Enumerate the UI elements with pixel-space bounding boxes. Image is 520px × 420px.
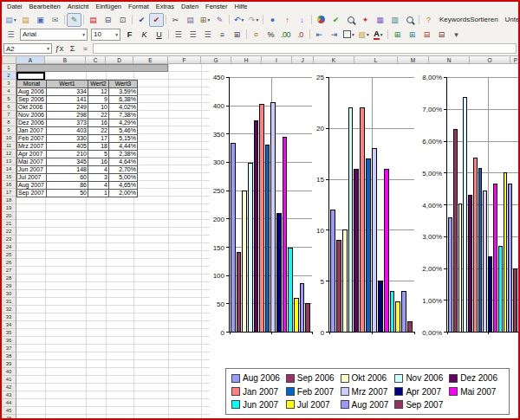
column-header-h[interactable]: H	[231, 55, 262, 64]
cell[interactable]: 210	[47, 151, 88, 158]
number-format-currency-button[interactable]: ¤	[249, 28, 263, 42]
open-folder-button[interactable]: ▤	[18, 13, 33, 27]
cell[interactable]: Nov 2006	[17, 112, 47, 120]
cell[interactable]: Okt 2006	[17, 104, 47, 112]
row-header-27[interactable]: 27	[2, 267, 16, 275]
increase-indent-button[interactable]: ⇥	[327, 28, 341, 42]
insert-chart-button[interactable]	[314, 13, 328, 27]
chevron-down-icon[interactable]: ▾	[115, 32, 118, 37]
chart-wert3[interactable]: 8,00%7,00%6,00%5,00%4,00%3,00%2,00%1,00%…	[416, 77, 520, 333]
column-header-a[interactable]: A	[16, 55, 45, 64]
row-header-29[interactable]: 29	[2, 282, 16, 290]
column-header-i[interactable]: I	[262, 55, 292, 64]
row-header-37[interactable]: 37	[2, 345, 16, 352]
cell[interactable]: Sep 2006	[17, 96, 47, 104]
underline-button[interactable]: U	[152, 28, 166, 42]
align-right-button[interactable]: ☰	[200, 28, 215, 42]
column-header-e[interactable]: E	[133, 55, 168, 64]
column-header-f[interactable]: F	[168, 55, 201, 64]
header-cell[interactable]: Wert3	[109, 81, 138, 88]
cell[interactable]: 3,59%	[109, 88, 138, 96]
cell[interactable]: 4,29%	[109, 120, 138, 127]
borders-button[interactable]: ▾	[341, 28, 356, 42]
email-button[interactable]: ✉	[48, 13, 62, 27]
row-header-6[interactable]: 6	[2, 103, 16, 111]
function-wizard-button[interactable]: ƒx	[54, 44, 65, 53]
edit-mode-button[interactable]: ✎	[67, 13, 81, 27]
column-header-k[interactable]: K	[314, 55, 354, 64]
row-header-40[interactable]: 40	[2, 368, 16, 376]
row-header-43[interactable]: 43	[2, 391, 16, 399]
column-header-d[interactable]: D	[106, 55, 133, 64]
keywords-sortieren-button[interactable]: KeywordsSortieren	[436, 13, 502, 27]
cell[interactable]: 373	[47, 120, 88, 127]
cell[interactable]: 141	[47, 96, 88, 104]
align-center-button[interactable]: ☰	[185, 28, 200, 42]
cell[interactable]: 148	[47, 166, 88, 174]
row-header-38[interactable]: 38	[2, 352, 16, 360]
cell[interactable]: 403	[47, 127, 88, 135]
cell[interactable]: Aug 2007	[17, 182, 47, 190]
cell[interactable]: 17	[88, 135, 109, 143]
cell[interactable]: 22	[88, 112, 109, 120]
column-header-l[interactable]: L	[354, 55, 398, 64]
menu-bearbeiten[interactable]: Bearbeiten	[26, 2, 64, 12]
formula-button[interactable]: =	[80, 44, 91, 53]
name-box[interactable]: A2 ▾	[3, 43, 52, 54]
row-header-25[interactable]: 25	[2, 251, 16, 259]
row-header-21[interactable]: 21	[2, 220, 16, 228]
row-header-22[interactable]: 22	[2, 228, 16, 236]
cell[interactable]: 4	[88, 166, 109, 174]
header-cell[interactable]: Wert1	[47, 81, 88, 88]
cell[interactable]: 2,70%	[109, 166, 138, 174]
copy-button[interactable]: ▤	[183, 13, 198, 27]
cell[interactable]: 1	[88, 190, 109, 197]
cell[interactable]: 18	[88, 143, 109, 151]
sort-descending-button[interactable]: ↓	[295, 13, 309, 27]
menu-fenster[interactable]: Fenster	[202, 2, 231, 12]
row-header-12[interactable]: 12	[2, 150, 16, 158]
cell[interactable]: 22	[88, 127, 109, 135]
row-header-39[interactable]: 39	[2, 360, 16, 368]
italic-button[interactable]: K	[137, 28, 152, 42]
merge-cells-button[interactable]: ⊞	[230, 28, 244, 42]
datapilot-button[interactable]: ▥	[387, 13, 402, 27]
cell[interactable]: 4,64%	[109, 158, 138, 166]
row-header-30[interactable]: 30	[2, 290, 16, 298]
cell[interactable]: 86	[47, 182, 88, 190]
page-preview-button[interactable]: ⊡	[115, 13, 130, 27]
row-header-26[interactable]: 26	[2, 259, 16, 267]
cell[interactable]: Jun 2007	[17, 166, 47, 174]
cell[interactable]: Feb 2007	[17, 135, 47, 143]
row-header-31[interactable]: 31	[2, 298, 16, 306]
column-header-j[interactable]: J	[292, 55, 314, 64]
sort-ascending-button[interactable]: ↑	[280, 13, 295, 27]
cell[interactable]: 6,38%	[109, 96, 138, 104]
cell[interactable]: Mai 2007	[17, 158, 47, 166]
menu-format[interactable]: Format	[125, 2, 153, 12]
save-button[interactable]: ▣	[33, 13, 48, 27]
cell[interactable]: 4,65%	[109, 182, 138, 190]
cell[interactable]: 5,00%	[109, 174, 138, 182]
font-name-combo[interactable]: Arial▾	[20, 29, 88, 41]
row-header-9[interactable]: 9	[2, 126, 16, 134]
row-header-15[interactable]: 15	[2, 173, 16, 181]
row-header-10[interactable]: 10	[2, 134, 16, 142]
column-header-o[interactable]: O	[470, 55, 510, 64]
cell[interactable]: 50	[47, 190, 88, 197]
cell[interactable]: 10	[88, 104, 109, 112]
help-button[interactable]: ?	[421, 13, 436, 27]
row-header-42[interactable]: 42	[2, 384, 16, 391]
row-header-33[interactable]: 33	[2, 313, 16, 321]
row-header-28[interactable]: 28	[2, 275, 16, 282]
paste-button[interactable]: ⊞▾	[198, 13, 212, 27]
cell[interactable]: Aug 2006	[17, 88, 47, 96]
row-header-23[interactable]: 23	[2, 236, 16, 243]
cell[interactable]: 334	[47, 88, 88, 96]
header-cell[interactable]: Wert2	[88, 81, 109, 88]
cell[interactable]: Jul 2007	[17, 174, 47, 182]
row-header-45[interactable]: 45	[2, 407, 16, 415]
cell[interactable]: 4,44%	[109, 143, 138, 151]
cell[interactable]: 5,46%	[109, 127, 138, 135]
cell[interactable]: Apr 2007	[17, 151, 47, 158]
